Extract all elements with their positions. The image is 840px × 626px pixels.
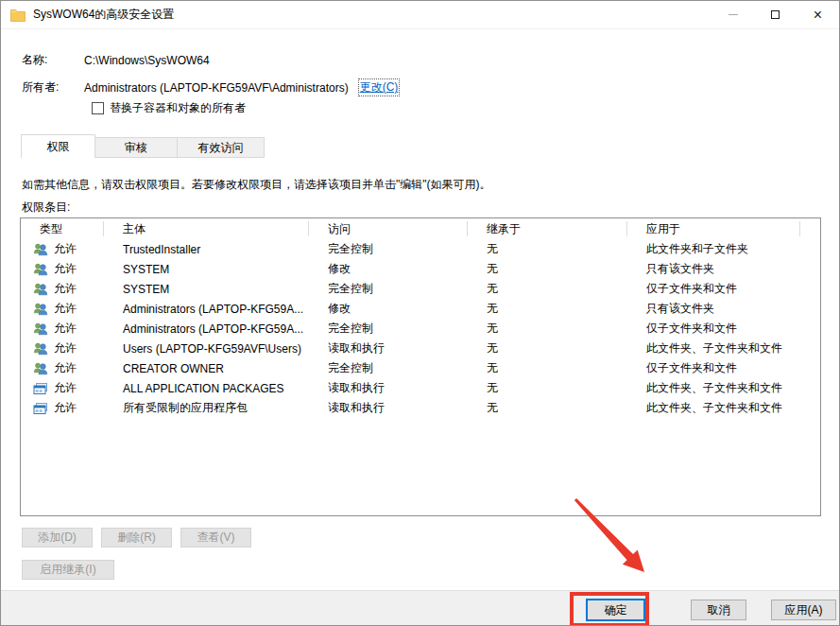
tab-strip: 权限 审核 有效访问 [21,134,264,158]
column-header-principal[interactable]: 主体 [104,221,309,236]
entry-applies-to: 仅子文件夹和文件 [627,321,800,337]
entry-type: 允许 [54,321,77,337]
close-icon: × [814,8,822,23]
permissions-table: 类型 主体 访问 继承于 应用于 允许TrustedInstaller完全控制无… [20,217,821,516]
view-button[interactable]: 查看(V) [180,528,251,548]
entry-action-buttons: 添加(D) 删除(R) 查看(V) [22,528,251,548]
entry-type-cell: 允许 [21,360,104,376]
entry-type: 允许 [54,241,77,257]
entry-inherited-from: 无 [468,321,627,337]
apply-button[interactable]: 应用(A) [771,600,836,620]
entry-access: 读取和执行 [309,400,468,416]
column-header-applies-to[interactable]: 应用于 [627,221,800,236]
entry-type-cell: 允许 [21,261,104,277]
maximize-icon [771,10,780,19]
entry-inherited-from: 无 [468,301,627,317]
entry-type: 允许 [54,301,77,317]
dialog-footer: 确定 取消 应用(A) [1,590,839,625]
folder-icon [10,9,26,22]
table-row[interactable]: 允许SYSTEM修改无只有该文件夹 [21,259,820,279]
entry-type-cell: 允许 [21,241,104,257]
permission-entries-label: 权限条目: [22,200,70,216]
entry-principal: ALL APPLICATION PACKAGES [104,382,309,395]
entry-type-cell: 允许 [21,321,104,337]
owner-label: 所有者: [22,79,84,96]
entry-inherited-from: 无 [468,400,627,416]
entry-applies-to: 只有该文件夹 [627,261,800,277]
tab-permissions-label: 权限 [47,139,70,155]
entry-type: 允许 [54,340,77,356]
entry-access: 完全控制 [309,360,468,376]
table-row[interactable]: 允许Users (LAPTOP-KFG59AVF\Users)读取和执行无此文件… [21,339,820,358]
entry-applies-to: 此文件夹、子文件夹和文件 [627,340,800,356]
name-label: 名称: [22,52,84,68]
replace-owner-label: 替换子容器和对象的所有者 [110,100,246,116]
users-icon [33,262,48,277]
table-row[interactable]: 允许ALL APPLICATION PACKAGES读取和执行无此文件夹、子文件… [21,378,820,398]
entry-access: 读取和执行 [309,340,468,356]
entry-type-cell: 允许 [21,281,104,297]
users-icon [33,322,48,337]
enable-inheritance-button[interactable]: 启用继承(I) [22,560,114,580]
table-row[interactable]: 允许Administrators (LAPTOP-KFG59A...修改无只有该… [21,299,820,319]
entry-inherited-from: 无 [468,241,627,257]
app-package-icon [33,381,48,396]
table-row[interactable]: 允许TrustedInstaller完全控制无此文件夹和子文件夹 [21,239,820,259]
entry-access: 修改 [309,301,468,317]
name-value: C:\Windows\SysWOW64 [84,54,210,67]
entry-type: 允许 [54,360,77,376]
table-row[interactable]: 允许CREATOR OWNER完全控制无仅子文件夹和文件 [21,358,820,378]
entry-type-cell: 允许 [21,340,104,356]
column-header-type[interactable]: 类型 [21,221,104,236]
column-header-inherited-from[interactable]: 继承于 [468,221,627,236]
tab-auditing[interactable]: 审核 [94,137,178,158]
entry-type: 允许 [54,261,77,277]
entry-type: 允许 [54,281,77,297]
users-icon [33,302,48,317]
entry-principal: SYSTEM [104,283,309,296]
replace-owner-checkbox[interactable] [92,102,104,114]
entry-access: 修改 [309,261,468,277]
entry-access: 完全控制 [309,281,468,297]
entry-principal: CREATOR OWNER [104,362,309,375]
entry-applies-to: 仅子文件夹和文件 [627,360,800,376]
entry-principal: 所有受限制的应用程序包 [104,400,309,416]
entry-applies-to: 只有该文件夹 [627,301,800,317]
tab-permissions[interactable]: 权限 [21,134,95,158]
entry-inherited-from: 无 [468,380,627,396]
entry-principal: SYSTEM [104,263,309,276]
entry-inherited-from: 无 [468,340,627,356]
column-header-access[interactable]: 访问 [309,221,468,236]
maximize-button[interactable] [754,1,797,29]
advanced-security-settings-dialog: SysWOW64的高级安全设置 × 名称: C:\Windows\SysWOW6… [0,0,840,626]
entry-inherited-from: 无 [468,281,627,297]
app-package-icon [33,401,48,416]
tab-auditing-label: 审核 [125,140,147,156]
entry-type-cell: 允许 [21,400,104,416]
entry-applies-to: 此文件夹、子文件夹和文件 [627,400,800,416]
entry-principal: TrustedInstaller [104,243,309,256]
users-icon [33,282,48,297]
cancel-button[interactable]: 取消 [691,600,746,620]
minimize-button[interactable] [711,1,754,29]
replace-owner-row: 替换子容器和对象的所有者 [92,100,246,116]
table-row[interactable]: 允许所有受限制的应用程序包读取和执行无此文件夹、子文件夹和文件 [21,398,820,418]
entry-access: 读取和执行 [309,380,468,396]
entry-principal: Users (LAPTOP-KFG59AVF\Users) [104,342,309,356]
ok-button[interactable]: 确定 [586,599,645,621]
tab-effective-access[interactable]: 有效访问 [177,137,265,158]
table-row[interactable]: 允许SYSTEM完全控制无仅子文件夹和文件 [21,279,820,299]
minimize-icon [729,14,738,15]
change-owner-link[interactable]: 更改(C) [358,78,401,96]
table-row[interactable]: 允许Administrators (LAPTOP-KFG59A...完全控制无仅… [21,319,820,339]
name-row: 名称: C:\Windows\SysWOW64 [22,52,210,68]
title-bar: SysWOW64的高级安全设置 × [1,1,839,29]
entry-type: 允许 [54,380,77,396]
remove-button[interactable]: 删除(R) [101,528,172,548]
owner-row: 所有者: Administrators (LAPTOP-KFG59AVF\Adm… [22,78,400,96]
entry-type-cell: 允许 [21,380,104,396]
tab-effective-access-label: 有效访问 [198,140,244,156]
close-button[interactable]: × [797,1,839,29]
entry-access: 完全控制 [309,321,468,337]
add-button[interactable]: 添加(D) [22,528,93,548]
